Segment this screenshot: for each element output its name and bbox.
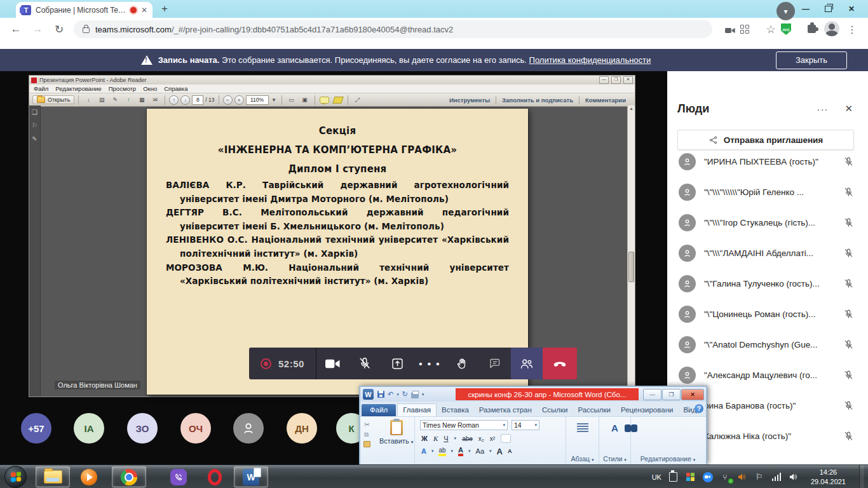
previous-page-button[interactable]: ↑: [169, 95, 179, 105]
copy-icon[interactable]: ⧉: [364, 431, 369, 438]
strikethrough-button[interactable]: abe: [462, 435, 473, 442]
tab-mailings[interactable]: Рассылки: [573, 404, 616, 416]
reader-title-bar[interactable]: Презентация PowerPoint - Adobe Reader — …: [29, 76, 635, 85]
subscript-button[interactable]: x₂: [478, 435, 484, 442]
tab-review[interactable]: Рецензировани: [616, 404, 678, 416]
window-close-button[interactable]: ✕: [842, 3, 861, 15]
ribbon-collapse-icon[interactable]: ◠: [685, 405, 690, 412]
save-icon[interactable]: [377, 391, 384, 398]
fullscreen-icon[interactable]: ⤢: [352, 95, 363, 105]
pages-icon[interactable]: ▤: [96, 95, 107, 105]
tab-file[interactable]: Файл: [362, 404, 396, 416]
taskbar-opera-button[interactable]: [198, 466, 232, 487]
change-case-button[interactable]: Aa: [476, 447, 484, 455]
menu-file[interactable]: Файл: [34, 85, 48, 92]
shrink-font-button[interactable]: A: [508, 448, 512, 454]
address-bar[interactable]: teams.microsoft.com/_#/pre-join-calling/…: [74, 20, 712, 38]
reader-scrollbar[interactable]: ▲ ▼: [627, 105, 635, 396]
underline-dropdown-icon[interactable]: ▾: [454, 436, 457, 441]
taskbar-explorer-button[interactable]: [36, 466, 70, 487]
more-options-button[interactable]: • • •: [414, 348, 446, 379]
paragraph-label[interactable]: Абзац ▾: [566, 455, 599, 463]
word-close-button[interactable]: ✕: [681, 389, 704, 400]
tray-security-icon[interactable]: [686, 472, 696, 482]
participant-row[interactable]: "\"\\\"Ігор Стукалець (гість)...: [667, 207, 868, 238]
menu-help[interactable]: Справка: [164, 85, 187, 92]
underline-button[interactable]: Ч: [444, 435, 448, 442]
participant-avatar[interactable]: ЗО: [127, 413, 158, 444]
scrollbar-thumb[interactable]: [628, 252, 634, 282]
text-effects-button[interactable]: A: [421, 447, 426, 455]
cut-icon[interactable]: ✂: [364, 421, 370, 429]
paragraph-icon[interactable]: [566, 423, 599, 432]
font-color-button[interactable]: A: [458, 446, 463, 456]
taskbar-media-player-button[interactable]: [72, 466, 106, 487]
raise-hand-button[interactable]: [446, 348, 478, 379]
next-page-button[interactable]: ↓: [180, 95, 190, 105]
participant-row[interactable]: "\"Anatol Demchyshyn (Gue...: [667, 329, 868, 360]
tray-volume-mixer-icon[interactable]: [737, 472, 747, 482]
taskbar-chrome-button[interactable]: [112, 466, 146, 487]
new-tab-button[interactable]: +: [161, 3, 168, 15]
grow-font-button[interactable]: A: [497, 447, 503, 456]
overflow-count-avatar[interactable]: +57: [21, 413, 51, 444]
bookmark-star-icon[interactable]: ☆: [761, 23, 781, 36]
word-minimize-button[interactable]: —: [643, 389, 661, 400]
help-icon[interactable]: ?: [695, 404, 703, 413]
taskbar-viber-button[interactable]: [161, 466, 196, 487]
browser-menu-kebab-icon[interactable]: ⋮: [842, 24, 862, 36]
open-button[interactable]: Открыть: [32, 95, 74, 104]
menu-edit[interactable]: Редактирование: [55, 85, 101, 92]
participant-avatar[interactable]: ДН: [287, 413, 317, 444]
menu-window[interactable]: Окно: [143, 85, 157, 92]
share-screen-button[interactable]: [381, 348, 414, 379]
tray-speaker-icon[interactable]: [789, 472, 799, 482]
hang-up-button[interactable]: [543, 348, 577, 379]
upload-icon[interactable]: ↑: [123, 95, 134, 105]
start-button[interactable]: [4, 466, 27, 488]
avg-extension-icon[interactable]: AVG: [781, 24, 801, 35]
tab-close-icon[interactable]: ✕: [141, 6, 147, 15]
window-minimize-button[interactable]: —: [796, 3, 815, 15]
people-more-icon[interactable]: ···: [817, 104, 828, 114]
camera-button[interactable]: [316, 348, 349, 379]
undo-dropdown-icon[interactable]: ▾: [397, 392, 399, 397]
italic-button[interactable]: К: [433, 435, 438, 442]
tray-network-icon[interactable]: [771, 472, 782, 482]
tab-insert[interactable]: Вставка: [437, 404, 474, 416]
window-restore-button[interactable]: [818, 3, 837, 15]
bookmarks-icon[interactable]: ⚐: [32, 122, 37, 129]
media-camera-icon[interactable]: [720, 24, 740, 35]
signature-icon[interactable]: ✎: [32, 135, 37, 142]
scroll-down-overlay-button[interactable]: ▾: [776, 2, 795, 20]
people-close-icon[interactable]: ✕: [844, 103, 853, 114]
participant-row[interactable]: "\"\\\"\\\\\\"Юрій Геленко ...: [667, 177, 868, 207]
format-painter-icon[interactable]: [363, 441, 370, 447]
chat-button[interactable]: [478, 348, 511, 379]
participant-row[interactable]: "\"Цонинець Роман (гость)...: [667, 299, 868, 329]
language-indicator[interactable]: UK: [652, 473, 661, 481]
browser-tab[interactable]: T Собрание | Microsoft Teams ✕: [16, 2, 153, 18]
superscript-button[interactable]: x²: [490, 435, 495, 442]
bold-button[interactable]: Ж: [421, 435, 428, 442]
styles-label[interactable]: Стили ▾: [599, 455, 630, 463]
reader-close-button[interactable]: ✕: [623, 76, 633, 84]
qat-customize-icon[interactable]: ▾: [422, 392, 424, 397]
tray-usb-eject-icon[interactable]: ⑂✓: [720, 472, 730, 482]
fill-sign-link[interactable]: Заполнить и подписать: [496, 97, 579, 104]
tray-zoom-icon[interactable]: [703, 472, 713, 482]
fit-page-icon[interactable]: ▣: [299, 95, 311, 105]
scroll-up-icon[interactable]: ▲: [628, 106, 635, 111]
privacy-policy-link[interactable]: Политика конфиденциальности: [529, 55, 651, 65]
tab-page-layout[interactable]: Разметка стран: [474, 404, 537, 416]
tray-clipboard-icon[interactable]: [668, 472, 679, 482]
tab-references[interactable]: Ссылки: [537, 404, 573, 416]
menu-view[interactable]: Просмотр: [109, 85, 136, 92]
extensions-puzzle-icon[interactable]: [801, 24, 822, 35]
reader-restore-button[interactable]: ❐: [611, 76, 621, 84]
taskbar-word-button[interactable]: W: [234, 466, 268, 487]
comments-link[interactable]: Комментарии: [580, 97, 632, 104]
tab-home[interactable]: Главная: [397, 403, 437, 416]
highlight-icon[interactable]: [332, 95, 344, 105]
print-preview-icon[interactable]: [411, 393, 419, 398]
